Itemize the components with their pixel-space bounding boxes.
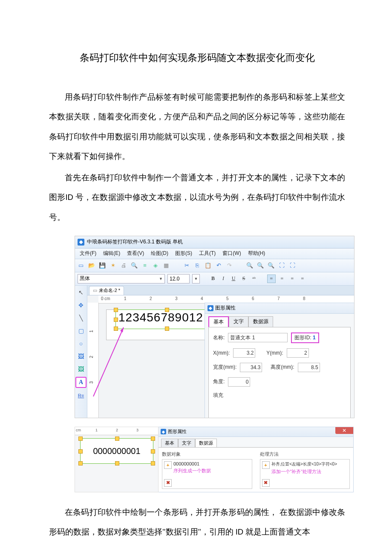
menu-tools[interactable]: 工具(T) bbox=[196, 249, 219, 258]
save-icon[interactable]: 💾 bbox=[99, 262, 106, 269]
cut-icon[interactable]: ✂ bbox=[183, 262, 190, 269]
font-size-input[interactable]: 12.0 bbox=[167, 274, 190, 283]
redo-icon[interactable]: ↷ bbox=[226, 262, 233, 269]
x-input[interactable]: 3.2 bbox=[233, 348, 255, 358]
add-data-button[interactable]: + bbox=[164, 461, 172, 469]
resize-handle[interactable] bbox=[151, 436, 155, 441]
height-input[interactable]: 8.5 bbox=[298, 363, 320, 372]
p2-part-c: 号，在数据源中修改文本数据，以流水号为例，在条码打印软件中制作流水号。 bbox=[49, 193, 345, 221]
selected-text-object[interactable]: 123456789012 bbox=[115, 309, 218, 329]
size-dropdown[interactable]: ▼ bbox=[192, 274, 200, 283]
zoom3-icon[interactable]: 🔍 bbox=[268, 262, 274, 269]
db-icon[interactable]: ≡ bbox=[141, 262, 148, 269]
align-justify-icon[interactable]: ≡ bbox=[299, 275, 306, 283]
align-center-icon[interactable]: ≡ bbox=[278, 275, 286, 283]
resize-handle[interactable] bbox=[165, 308, 169, 312]
selected-text-2[interactable]: 0000000001 bbox=[80, 438, 153, 464]
menu-view[interactable]: 查看(V) bbox=[124, 249, 147, 258]
line-tool-icon[interactable]: ╲ bbox=[76, 313, 86, 323]
print-icon[interactable]: 🖨 bbox=[120, 262, 127, 269]
resize-handle[interactable] bbox=[78, 461, 83, 465]
menu-shape[interactable]: 图形(S) bbox=[172, 249, 195, 258]
image-tool-icon[interactable]: 🖼 bbox=[76, 351, 86, 361]
strike-icon[interactable]: S bbox=[240, 275, 248, 283]
resize-handle[interactable] bbox=[78, 436, 83, 441]
pointer-tool-icon[interactable]: ↖ bbox=[76, 287, 86, 298]
resize-handle[interactable] bbox=[78, 449, 83, 454]
panel2-icon: ◆ bbox=[161, 429, 166, 434]
ruler-zero: 0 cm bbox=[101, 296, 110, 301]
main-toolbar: ▭ 📂 💾 ✶ 🖨 🔍 ≡ ◈ ▦ ✂ ⎘ 📋 ↶ ↷ 🔍 🔍 🔍 ⛶ ⛶ bbox=[75, 259, 354, 272]
undo-icon[interactable]: ↶ bbox=[215, 262, 222, 269]
name-label: 名称: bbox=[213, 334, 225, 341]
width-input[interactable]: 34.3 bbox=[240, 363, 262, 372]
ellipse-tool-icon[interactable]: ○ bbox=[76, 338, 86, 349]
angle-input[interactable]: 0 bbox=[228, 377, 250, 387]
delete-process-button[interactable]: ✖ bbox=[262, 479, 270, 487]
italic-icon[interactable]: I bbox=[219, 275, 227, 283]
x-label: X(mm): bbox=[213, 350, 230, 356]
r2-2: 2 bbox=[116, 428, 118, 432]
text-tool-icon[interactable]: A bbox=[75, 377, 86, 388]
roundrect-tool-icon[interactable]: ▢ bbox=[76, 326, 86, 336]
menu-window[interactable]: 窗口(W) bbox=[219, 249, 244, 258]
tab2-text[interactable]: 文字 bbox=[178, 439, 195, 447]
paste-icon[interactable]: 📋 bbox=[205, 262, 211, 269]
bold-icon[interactable]: B bbox=[209, 275, 217, 283]
fit2-icon[interactable]: ⛶ bbox=[289, 262, 296, 269]
tab-text[interactable]: 文字 bbox=[229, 316, 248, 327]
add-process-button[interactable]: + bbox=[262, 461, 270, 469]
resize-handle[interactable] bbox=[115, 461, 119, 465]
richtext-tool-icon[interactable]: R≡ bbox=[76, 390, 86, 401]
underline-icon[interactable]: U bbox=[230, 275, 237, 283]
zoom1-icon[interactable]: 🔍 bbox=[246, 262, 253, 269]
copy-icon[interactable]: ⎘ bbox=[194, 262, 201, 269]
tab2-datasource[interactable]: 数据源 bbox=[195, 439, 217, 447]
zoom2-icon[interactable]: 🔍 bbox=[257, 262, 264, 269]
menu-file[interactable]: 文件(F) bbox=[77, 249, 99, 258]
resize-handle[interactable] bbox=[151, 449, 155, 454]
name-input[interactable]: 普通文本 1 bbox=[228, 333, 288, 342]
data-object-title: 数据对象 bbox=[162, 451, 252, 457]
delete-data-button[interactable]: ✖ bbox=[164, 479, 172, 487]
tab2-basic[interactable]: 基本 bbox=[161, 439, 178, 447]
y-input[interactable]: 2 bbox=[287, 348, 309, 358]
open-icon[interactable]: 📂 bbox=[88, 262, 95, 269]
close-button[interactable]: ✕ bbox=[335, 427, 353, 434]
menu-draw[interactable]: 绘图(D) bbox=[148, 249, 171, 258]
resize-handle[interactable] bbox=[114, 327, 118, 331]
resize-handle[interactable] bbox=[165, 327, 169, 331]
ruler-6: 6 bbox=[252, 296, 254, 301]
menu-edit[interactable]: 编辑(E) bbox=[100, 249, 123, 258]
layers-icon[interactable]: ◈ bbox=[152, 262, 159, 269]
font-name-value: 黑体 bbox=[80, 275, 90, 282]
resize-handle[interactable] bbox=[114, 308, 118, 312]
process-title: 处理方法 bbox=[260, 451, 350, 457]
format-toolbar: 黑体 ▼ 12.0 ▼ B I U S ᵃᵇ ≡ ≡ ≡ ≡ bbox=[75, 272, 354, 286]
fit1-icon[interactable]: ⛶ bbox=[278, 262, 285, 269]
tab-basic[interactable]: 基本 bbox=[208, 316, 229, 327]
new-icon[interactable]: ▭ bbox=[78, 262, 84, 269]
resize-handle[interactable] bbox=[114, 318, 118, 322]
menu-help[interactable]: 帮助(H) bbox=[245, 249, 268, 258]
process-method-group: 处理方法 + 补齐,位置<左端>长度<10>字符<0> 添加一个"补齐"处理方法… bbox=[260, 451, 350, 489]
document-tab[interactable]: ▭ 未命名-2 * bbox=[89, 286, 124, 295]
grid-icon[interactable]: ▦ bbox=[163, 262, 170, 269]
properties-panel: ◆ 图形属性 基本 文字 数据源 名称: 普通文本 1 图形ID: bbox=[205, 303, 354, 418]
resize-handle[interactable] bbox=[115, 436, 119, 441]
preview-icon[interactable]: 🔍 bbox=[131, 262, 138, 269]
gear-icon[interactable]: ✶ bbox=[110, 262, 116, 269]
abc-icon[interactable]: ᵃᵇ bbox=[250, 275, 258, 283]
align-right-icon[interactable]: ≡ bbox=[288, 275, 296, 283]
image2-tool-icon[interactable]: 🖼 bbox=[76, 364, 86, 374]
font-selector[interactable]: 黑体 ▼ bbox=[78, 274, 165, 283]
hand-tool-icon[interactable]: ✥ bbox=[76, 300, 86, 310]
tab-datasource[interactable]: 数据源 bbox=[248, 316, 273, 327]
ruler-2: 2 bbox=[150, 296, 152, 301]
window-title: 中琅条码标签打印软件-V6.3.1 数码版 单机 bbox=[87, 238, 183, 246]
page-icon: ▭ bbox=[93, 288, 97, 293]
panel2-title: 图形属性 bbox=[168, 428, 187, 435]
resize-handle[interactable] bbox=[151, 461, 155, 465]
align-left-icon[interactable]: ≡ bbox=[267, 275, 276, 283]
ruler-8: 8 bbox=[303, 296, 306, 301]
